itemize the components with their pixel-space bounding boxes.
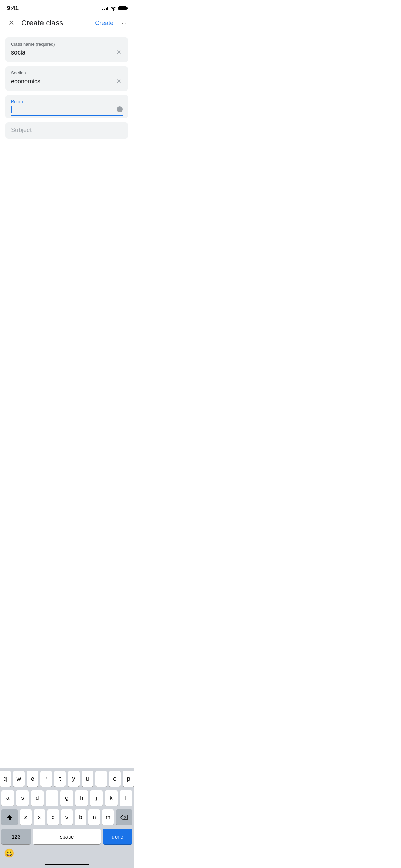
create-button[interactable]: Create <box>95 20 113 27</box>
status-time: 9:41 <box>7 5 19 12</box>
room-value <box>11 106 114 113</box>
section-clear-button[interactable]: ✕ <box>115 77 123 86</box>
section-label: Section <box>11 70 123 75</box>
class-name-row: social ✕ <box>11 48 123 59</box>
signal-icon <box>102 6 108 10</box>
subject-row: Subject <box>11 126 123 136</box>
section-field[interactable]: Section economics ✕ <box>5 66 128 91</box>
wifi-icon <box>110 6 116 11</box>
section-value: economics <box>11 78 115 85</box>
nav-bar: ✕ Create class Create ··· <box>0 14 134 33</box>
page-title: Create class <box>21 19 63 27</box>
keyboard-spacer <box>0 143 134 260</box>
close-button[interactable]: ✕ <box>7 17 16 29</box>
class-name-clear-button[interactable]: ✕ <box>115 48 123 57</box>
nav-right: Create ··· <box>95 19 127 27</box>
text-cursor <box>11 106 12 113</box>
subject-field[interactable]: Subject <box>5 122 128 139</box>
room-row <box>11 106 123 116</box>
subject-placeholder: Subject <box>11 126 32 134</box>
class-name-field[interactable]: Class name (required) social ✕ <box>5 37 128 62</box>
status-icons <box>102 6 127 11</box>
battery-icon <box>118 6 127 10</box>
cursor-handle <box>117 106 123 112</box>
room-label: Room <box>11 99 123 104</box>
status-bar: 9:41 <box>0 0 134 14</box>
room-field[interactable]: Room <box>5 95 128 118</box>
section-row: economics ✕ <box>11 77 123 88</box>
more-button[interactable]: ··· <box>119 19 127 27</box>
class-name-label: Class name (required) <box>11 41 123 47</box>
form-container: Class name (required) social ✕ Section e… <box>0 33 134 143</box>
nav-left: ✕ Create class <box>7 17 63 29</box>
class-name-value: social <box>11 49 115 56</box>
